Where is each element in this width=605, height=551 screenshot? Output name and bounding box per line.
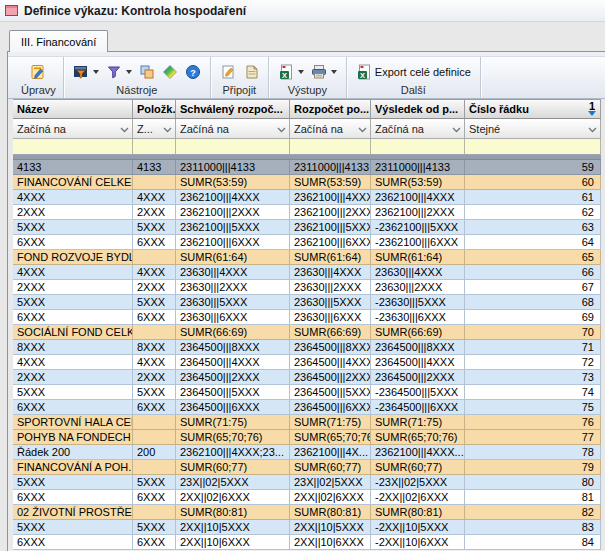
table-row[interactable]: 6XXX6XXX2XX||02|6XXX2XX||02|6XXX-2XX||02… bbox=[13, 490, 601, 505]
cell-vysledek-od-p: -2XX||10|5XXX bbox=[371, 520, 465, 535]
cell-polozka: 8XXX bbox=[133, 340, 176, 355]
filter-operator-vysledek-od-p[interactable]: Začíná na bbox=[371, 119, 465, 139]
table-row[interactable]: SOCIÁLNÍ FOND CELKEMSUMR(66:69)SUMR(66:6… bbox=[13, 325, 601, 340]
column-header-label: Schválený rozpoč... bbox=[180, 100, 283, 118]
excel-button[interactable]: XExport celé definice bbox=[354, 63, 473, 81]
cell-vysledek-od-p: SUMR(53:59) bbox=[371, 175, 465, 190]
table-row[interactable]: FOND ROZVOJE BYDL...SUMR(61:64)SUMR(61:6… bbox=[13, 250, 601, 265]
cell-schvaleny-rozpocet: SUMR(53:59) bbox=[176, 175, 290, 190]
chevron-down-icon[interactable] bbox=[358, 120, 367, 138]
table-row[interactable]: SPORTOVNÍ HALA CEL...SUMR(71:75)SUMR(71:… bbox=[13, 415, 601, 430]
filter-input-schvaleny-rozpocet[interactable] bbox=[176, 139, 290, 155]
prism-button[interactable] bbox=[160, 63, 180, 81]
table-row[interactable]: 2XXX2XXX23630|||2XXX23630|||2XXX23630|||… bbox=[13, 280, 601, 295]
filter-operator-polozka[interactable]: Z... bbox=[133, 119, 176, 139]
cell-rozpocet-po: 2364500|||8XXX bbox=[290, 340, 371, 355]
filter-input-polozka[interactable] bbox=[133, 139, 176, 155]
filter-operator-label: Stejné bbox=[469, 120, 500, 138]
cell-nazev: FINANCOVÁNÍ A POH... bbox=[13, 460, 133, 475]
column-header-cislo-radku[interactable]: Číslo řádku1 bbox=[465, 99, 601, 119]
cell-rozpocet-po: 23630|||6XXX bbox=[290, 310, 371, 325]
table-row[interactable]: 5XXX5XXX23630|||5XXX23630|||5XXX-23630||… bbox=[13, 295, 601, 310]
cell-polozka: 4XXX bbox=[133, 355, 176, 370]
toolbar-group-upravy: Úpravy bbox=[14, 57, 64, 98]
table-row[interactable]: 6XXX6XXX2XX||10|6XXX2XX||10|6XXX-2XX||10… bbox=[13, 535, 601, 550]
filter-input-nazev[interactable] bbox=[13, 139, 133, 155]
table-row[interactable]: 5XXX5XXX2362100|||5XXX2362100|||5XXX-236… bbox=[13, 220, 601, 235]
cell-nazev: 6XXX bbox=[13, 490, 133, 505]
filter-operator-rozpocet-po[interactable]: Začíná na bbox=[290, 119, 371, 139]
chevron-down-icon[interactable] bbox=[452, 120, 461, 138]
chevron-down-icon[interactable] bbox=[588, 120, 597, 138]
table-row[interactable]: 6XXX6XXX2364500|||6XXX2364500|||6XXX-236… bbox=[13, 400, 601, 415]
table-row[interactable]: FINANCOVÁNÍ A POH...SUMR(60;77)SUMR(60;7… bbox=[13, 460, 601, 475]
filter-input-vysledek-od-p[interactable] bbox=[371, 139, 465, 155]
filter-input-cislo-radku[interactable] bbox=[465, 139, 601, 155]
cell-cislo-radku: 77 bbox=[465, 430, 601, 445]
help-button[interactable]: ? bbox=[183, 63, 203, 81]
table-row[interactable]: FINANCOVÁNÍ CELKEMSUMR(53:59)SUMR(53:59)… bbox=[13, 175, 601, 190]
filter-operator-cislo-radku[interactable]: Stejné bbox=[465, 119, 601, 139]
table-row[interactable]: Řádek 2002002362100|||4XXX;23...2362100|… bbox=[13, 445, 601, 460]
column-header-label: Rozpočet po... bbox=[294, 100, 369, 118]
filter-operator-nazev[interactable]: Začíná na bbox=[13, 119, 133, 139]
table-row[interactable]: 413341332311000|||41332311000|||41332311… bbox=[13, 160, 601, 175]
tab-financovani[interactable]: III. Financování bbox=[9, 30, 108, 52]
filter-operator-label: Začíná na bbox=[17, 120, 66, 138]
chevron-down-icon[interactable] bbox=[163, 120, 172, 138]
cell-nazev: 4133 bbox=[13, 160, 133, 175]
toolbar-group-pripojit: Připojit bbox=[211, 57, 269, 98]
table-row[interactable]: 2XXX2XXX2362100|||2XXX2362100|||2XXX2362… bbox=[13, 205, 601, 220]
table-row[interactable]: 4XXX4XXX2364500|||4XXX2364500|||4XXX2364… bbox=[13, 355, 601, 370]
column-header-nazev[interactable]: Název bbox=[13, 99, 133, 119]
copy-button[interactable] bbox=[137, 63, 157, 81]
cell-rozpocet-po: 2362100|||5XXX bbox=[290, 220, 371, 235]
cell-polozka bbox=[133, 430, 176, 445]
chevron-down-icon[interactable] bbox=[277, 120, 286, 138]
cell-schvaleny-rozpocet: 2362100|||5XXX bbox=[176, 220, 290, 235]
table-row[interactable]: 5XXX5XXX2364500|||5XXX2364500|||5XXX-236… bbox=[13, 385, 601, 400]
cell-schvaleny-rozpocet: SUMR(65;70;76) bbox=[176, 430, 290, 445]
column-header-vysledek-od-p[interactable]: Výsledek od p... bbox=[371, 99, 465, 119]
table-row[interactable]: POHYB NA FONDECH ...SUMR(65;70;76)SUMR(6… bbox=[13, 430, 601, 445]
table-row[interactable]: 5XXX5XXX23X||02|5XXX23X||02|5XXX-23X||02… bbox=[13, 475, 601, 490]
chevron-down-icon[interactable] bbox=[120, 120, 129, 138]
table-row[interactable]: 2XXX2XXX2364500|||2XXX2364500|||2XXX2364… bbox=[13, 370, 601, 385]
toolbar-group-label: Výstupy bbox=[288, 84, 327, 97]
cell-rozpocet-po: SUMR(66:69) bbox=[290, 325, 371, 340]
cell-cislo-radku: 65 bbox=[465, 250, 601, 265]
column-header-schvaleny-rozpocet[interactable]: Schválený rozpoč... bbox=[176, 99, 290, 119]
chevron-down-icon[interactable] bbox=[93, 70, 99, 74]
excel-icon: X bbox=[356, 64, 372, 80]
edit-button[interactable] bbox=[28, 63, 48, 81]
cell-vysledek-od-p: 2364500|||4XXX bbox=[371, 355, 465, 370]
table-row[interactable]: 02 ŽIVOTNÍ PROSTŘE...SUMR(80:81)SUMR(80:… bbox=[13, 505, 601, 520]
cell-cislo-radku: 84 bbox=[465, 535, 601, 550]
table-row[interactable]: 5XXX5XXX2XX||10|5XXX2XX||10|5XXX-2XX||10… bbox=[13, 520, 601, 535]
cell-nazev: 02 ŽIVOTNÍ PROSTŘE... bbox=[13, 505, 133, 520]
cell-nazev: 4XXX bbox=[13, 355, 133, 370]
table-row[interactable]: 4XXX4XXX23630|||4XXX23630|||4XXX23630|||… bbox=[13, 265, 601, 280]
table-row[interactable]: 4XXX4XXX2362100|||4XXX2362100|||4XXX2362… bbox=[13, 190, 601, 205]
cell-polozka: 5XXX bbox=[133, 385, 176, 400]
doc-edit-button[interactable] bbox=[218, 63, 238, 81]
chevron-down-icon[interactable] bbox=[126, 70, 132, 74]
table-row[interactable]: 6XXX6XXX23630|||6XXX23630|||6XXX-23630||… bbox=[13, 310, 601, 325]
printer-button[interactable] bbox=[309, 63, 339, 81]
table-filter-button[interactable] bbox=[71, 63, 101, 81]
filter-operator-schvaleny-rozpocet[interactable]: Začíná na bbox=[176, 119, 290, 139]
excel-button[interactable]: X bbox=[276, 63, 306, 81]
filter-input-rozpocet-po[interactable] bbox=[290, 139, 371, 155]
table-row[interactable]: 6XXX6XXX2362100|||6XXX2362100|||6XXX-236… bbox=[13, 235, 601, 250]
toolbar-group-label: Úpravy bbox=[21, 84, 56, 97]
chevron-down-icon[interactable] bbox=[298, 70, 304, 74]
table-row[interactable]: 8XXX8XXX2364500|||8XXX2364500|||8XXX2364… bbox=[13, 340, 601, 355]
doc-scroll-button[interactable] bbox=[241, 63, 261, 81]
chevron-down-icon[interactable] bbox=[331, 70, 337, 74]
column-header-polozka[interactable]: Položk... bbox=[133, 99, 176, 119]
column-header-rozpocet-po[interactable]: Rozpočet po... bbox=[290, 99, 371, 119]
toolbar-group-vystupy: XVýstupy bbox=[269, 57, 347, 98]
filter-button[interactable] bbox=[104, 63, 134, 81]
cell-rozpocet-po: SUMR(53:59) bbox=[290, 175, 371, 190]
cell-cislo-radku: 60 bbox=[465, 175, 601, 190]
